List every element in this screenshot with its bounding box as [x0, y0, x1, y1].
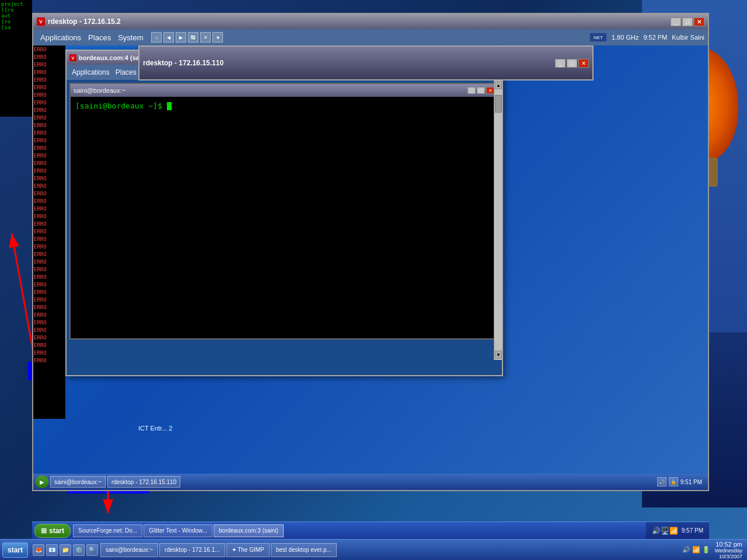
rdesktop-outer-title: rdesktop - 172.16.15.2	[48, 18, 671, 26]
outer-start-label: start	[8, 546, 23, 554]
bordeaux4-title-icon: V	[69, 54, 76, 61]
terminal-line: [[ro	[1, 7, 31, 13]
outer-task-0[interactable]: saini@bordeaux:~	[100, 543, 158, 557]
saini-terminal-content[interactable]: [saini@bordeaux ~]$	[71, 97, 497, 338]
xp-taskitem-1[interactable]: Glitter Text - Window...	[144, 524, 212, 537]
error-lines-text: ERROERROERROERROERRO ERROERROERROERROERR…	[34, 46, 65, 365]
network-icon: NET	[589, 33, 607, 42]
outer-task-3[interactable]: best desktop ever.p...	[271, 543, 337, 557]
gnome-system-menu[interactable]: System	[114, 33, 146, 42]
outer-task-1[interactable]: rdesktop - 172.16.1...	[159, 543, 225, 557]
b3-taskbar-item-1[interactable]: rdesktop - 172.16.15.110	[107, 476, 180, 488]
b3-clock: 9:51 PM	[680, 479, 702, 485]
bordeaux3-taskbar: ▶ saini@bordeaux:~ rdesktop - 172.16.15.…	[33, 474, 708, 490]
windows-xp-taskbar: ⊞start SourceForge.net: Do... Glitter Te…	[32, 522, 709, 539]
gnome-menubar-bordeaux3: Applications Places System ⌂ ◀ ▶ 🔄 ✕ ★ N…	[33, 29, 708, 46]
outer-icon-4[interactable]: ⚙️	[73, 544, 85, 556]
xp-start-label: start	[49, 527, 64, 535]
rdesktop-inner-controls: _ □ ✕	[555, 59, 589, 68]
gnome-toolbar-icons: ⌂ ◀ ▶ 🔄 ✕ ★	[151, 32, 223, 43]
gnome-places-menu[interactable]: Places	[85, 33, 114, 42]
terminal-text: project [[ro aut [ro [sa	[0, 0, 32, 32]
rdesktop-outer-controls: _ □ ✕	[671, 18, 704, 26]
bordeaux3-clock: 9:52 PM	[643, 34, 667, 41]
minimize-button[interactable]: _	[671, 18, 681, 26]
b3-taskbar-item-0[interactable]: saini@bordeaux:~	[50, 476, 106, 488]
outer-start-button[interactable]: start	[2, 542, 28, 558]
terminal-line: [ro	[1, 19, 31, 24]
outer-taskbar-icons: 🦊 📧 📁 ⚙️ 🔍	[33, 544, 98, 556]
toolbar-icon-2[interactable]: ◀	[163, 32, 174, 43]
outer-systray-icons: 🔊 📶 🔋	[682, 546, 710, 554]
ri-minimize[interactable]: _	[555, 59, 566, 68]
bordeaux4-window: V bordeaux.com:4 (saini) _ □ ✕ Applicati…	[65, 50, 503, 376]
outer-icon-5[interactable]: 🔍	[86, 544, 98, 556]
ict-text: ICT Entr... 2	[138, 425, 173, 432]
b3-systray-icon-1: 🔊	[657, 477, 666, 487]
rdesktop-inner-titlebar-bar: rdesktop - 172.16.15.110 _ □ ✕	[138, 46, 594, 80]
close-button[interactable]: ✕	[694, 18, 704, 26]
rdesktop-outer-window: V rdesktop - 172.16.15.2 _ □ ✕ Applicati…	[32, 13, 709, 491]
xp-systray: 🔊🖥️📶 9:57 PM	[646, 522, 709, 539]
bordeaux3-start-btn[interactable]: ▶	[36, 475, 48, 488]
toolbar-icon-1[interactable]: ⌂	[151, 32, 162, 43]
st-minimize[interactable]: _	[467, 87, 476, 94]
outer-icon-2[interactable]: 📧	[46, 544, 58, 556]
ri-maximize[interactable]: □	[567, 59, 577, 68]
xp-taskitem-0[interactable]: SourceForge.net: Do...	[73, 524, 142, 537]
outer-date-day: Wednesday	[715, 548, 742, 554]
network-indicator: NET	[589, 33, 607, 42]
xp-taskitem-2[interactable]: bordeaux.com:3 (saini)	[214, 524, 284, 537]
xp-taskbar-items: SourceForge.net: Do... Glitter Text - Wi…	[73, 524, 646, 537]
gnome-applications-menu[interactable]: Applications	[37, 33, 85, 42]
rdesktop-title-icon: V	[37, 18, 45, 26]
outer-systray: 🔊 📶 🔋 10:52 pm Wednesday 10/3/2007	[678, 541, 748, 559]
error-lines-panel: ERROERROERROERROERRO ERROERROERROERROERR…	[33, 46, 65, 419]
b4-applications-menu[interactable]: Applications	[69, 68, 113, 76]
ict-label: ICT Entr... 2	[138, 425, 173, 432]
saini-terminal-window: saini@bordeaux:~ _ □ ✕ [saini@bordeaux ~…	[69, 83, 498, 340]
rdesktop-inner-title: rdesktop - 172.16.15.110	[143, 59, 555, 67]
terminal-line: project	[1, 1, 31, 7]
outer-clock: 10:52 pm Wednesday 10/3/2007	[715, 541, 742, 559]
st-close[interactable]: ✕	[486, 87, 494, 94]
xp-systray-icons: 🔊🖥️📶	[652, 527, 678, 535]
outer-date: 10/3/2007	[715, 554, 742, 559]
scrollbar-thumb[interactable]	[495, 95, 502, 113]
cpu-indicator: 1.80 GHz	[612, 34, 638, 41]
gnome-menubar-right: NET 1.80 GHz 9:52 PM Kulbir Saini	[589, 33, 704, 42]
saini-prompt: [saini@bordeaux ~]$	[75, 102, 162, 110]
b3-systray-icon-2: 🔒	[669, 477, 678, 487]
outer-icon-firefox[interactable]: 🦊	[33, 544, 44, 556]
toolbar-icon-4[interactable]: 🔄	[188, 32, 198, 43]
scrollbar-up[interactable]: ▲	[495, 81, 502, 89]
outer-icon-3[interactable]: 📁	[60, 544, 71, 556]
toolbar-icon-3[interactable]: ▶	[176, 32, 186, 43]
b3-taskbar-right: 🔊 🔒 9:51 PM	[654, 477, 706, 487]
b4-places-menu[interactable]: Places	[113, 68, 139, 76]
terminal-line: [sa	[1, 24, 31, 30]
saini-terminal-titlebar: saini@bordeaux:~ _ □ ✕	[71, 84, 497, 97]
xp-start-button[interactable]: ⊞start	[34, 524, 71, 538]
ri-close[interactable]: ✕	[578, 59, 589, 68]
toolbar-icon-5[interactable]: ✕	[200, 32, 211, 43]
scrollbar-down[interactable]: ▼	[495, 351, 502, 359]
outer-taskbar: start 🦊 📧 📁 ⚙️ 🔍 saini@bordeaux:~ rdeskt…	[0, 539, 747, 560]
bordeaux4-scrollbar[interactable]: ▲ ▼	[494, 80, 502, 360]
outer-task-2[interactable]: ✦ The GIMP	[226, 543, 270, 557]
maximize-button[interactable]: □	[682, 18, 693, 26]
saini-terminal-title: saini@bordeaux:~	[74, 87, 467, 94]
cursor-block	[167, 102, 172, 110]
st-maximize[interactable]: □	[477, 87, 485, 94]
xp-clock: 9:57 PM	[682, 527, 703, 534]
outer-desktop: project [[ro aut [ro [sa 🗑 Recycle Bin ⊞…	[0, 0, 747, 560]
toolbar-icon-6[interactable]: ★	[212, 32, 223, 43]
left-terminal: project [[ro aut [ro [sa	[0, 0, 32, 117]
outer-time: 10:52 pm	[715, 541, 742, 548]
saini-terminal-controls: _ □ ✕	[467, 87, 494, 94]
outer-taskbar-items: saini@bordeaux:~ rdesktop - 172.16.1... …	[98, 543, 677, 557]
rdesktop-outer-titlebar: V rdesktop - 172.16.15.2 _ □ ✕	[33, 14, 708, 29]
windows-xp-desktop: Applications Places System ⌂ ◀ ▶ 🔄 ✕ ★ N…	[33, 29, 708, 490]
terminal-line: aut	[1, 13, 31, 19]
bordeaux3-user: Kulbir Saini	[672, 34, 704, 41]
